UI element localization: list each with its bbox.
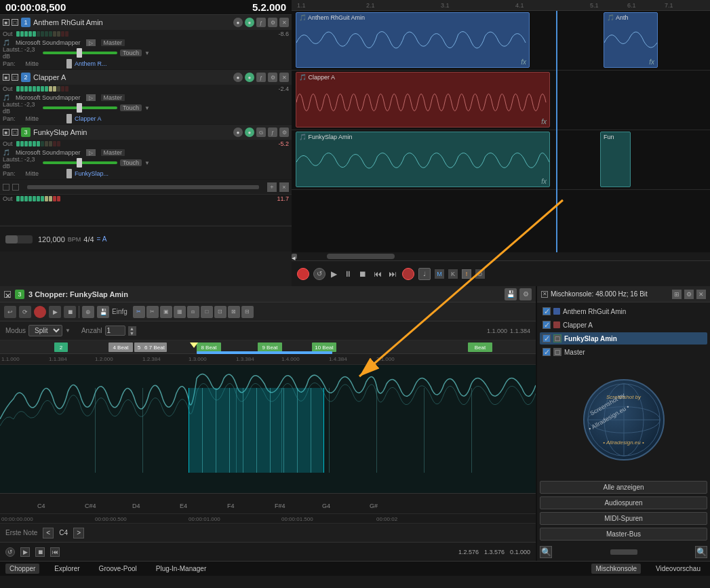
track1-fader-handle[interactable] xyxy=(77,48,82,58)
mode-dropdown-icon[interactable]: ▼ xyxy=(65,328,71,334)
chopper-waveform-area[interactable]: 2 4 Beat 5 6 7 Beat 8 Beat 9 Beat 10 Bea… xyxy=(0,340,536,523)
tool-save2[interactable]: 💾 xyxy=(97,306,109,318)
ffwd-button[interactable]: ⏭ xyxy=(387,268,398,280)
tool-chop4[interactable]: ▦ xyxy=(174,306,186,318)
timeline-clip-1a[interactable]: 🎵 Anthem RhGuit Amin fx xyxy=(296,12,530,68)
chopper-settings-btn[interactable]: ⚙ xyxy=(519,288,532,300)
play-button[interactable]: ▶ xyxy=(330,268,338,280)
tool-chop8[interactable]: ⊠ xyxy=(228,306,240,318)
tab-explorer[interactable]: Explorer xyxy=(50,564,83,574)
track3-fader[interactable] xyxy=(43,161,117,164)
empty-track-settings[interactable]: + xyxy=(267,182,277,192)
tab-plugin-manager[interactable]: Plug-In-Manager xyxy=(152,564,210,574)
track2-icon3[interactable]: ƒ xyxy=(256,73,266,82)
track1-mute[interactable]: □ xyxy=(12,19,18,26)
options-button[interactable]: ⊙ xyxy=(475,269,485,279)
chopper-stop-btn[interactable]: ⏹ xyxy=(35,547,45,557)
zoom-slider[interactable] xyxy=(610,549,637,555)
rewind-button[interactable]: ⏮ xyxy=(372,268,383,280)
track1-icon2[interactable]: ● xyxy=(245,18,254,27)
track1-icon3[interactable]: ƒ xyxy=(256,18,266,27)
rec-mode-button[interactable] xyxy=(402,268,414,280)
tool-chop5[interactable]: ⧈ xyxy=(187,306,199,318)
track2-fader[interactable] xyxy=(43,106,117,109)
metro-button[interactable]: ♩ xyxy=(418,268,431,280)
mixer-check-2[interactable]: ✓ xyxy=(543,321,551,329)
track3-mute[interactable]: □ xyxy=(12,129,18,136)
chopper-close-btn[interactable]: ✕ xyxy=(4,291,11,298)
track2-power[interactable]: ■ xyxy=(3,74,9,81)
count-up[interactable]: ▲ xyxy=(128,326,136,331)
track1-pan-handle[interactable] xyxy=(66,59,72,68)
track2-dropdown[interactable]: ▼ xyxy=(144,105,150,111)
track1-dropdown[interactable]: ▼ xyxy=(144,50,150,56)
key-button[interactable]: K xyxy=(448,269,458,279)
note-prev-btn[interactable]: < xyxy=(43,528,54,538)
timeline-scrollbar[interactable]: ◂ xyxy=(292,252,710,260)
midi-button[interactable]: M xyxy=(435,269,444,279)
midi-tracks-btn[interactable]: MIDI-Spuren xyxy=(540,512,707,525)
track3-icon1[interactable]: ● xyxy=(233,128,243,137)
stop-button[interactable]: ⏹ xyxy=(357,268,368,280)
tool-insert[interactable]: ⊕ xyxy=(82,306,94,318)
tab-videovorschau[interactable]: Videovorschau xyxy=(652,564,705,574)
track2-icon1[interactable]: ● xyxy=(233,73,243,82)
mixer-settings-icon[interactable]: ⚙ xyxy=(684,290,694,299)
tool-chop1[interactable]: ✂ xyxy=(133,306,145,318)
track2-pan-handle[interactable] xyxy=(66,114,72,123)
timeline-clip-3a[interactable]: 🎵 FunkySlap Amin fx xyxy=(296,132,550,187)
track2-mute[interactable]: □ xyxy=(12,74,18,81)
count-input[interactable] xyxy=(105,326,125,336)
zoom-in-btn[interactable]: 🔍 xyxy=(540,546,552,558)
tab-chopper[interactable]: Chopper xyxy=(5,564,39,574)
tool-chop9[interactable]: ⊟ xyxy=(241,306,254,318)
track2-icon5[interactable]: ✕ xyxy=(279,73,289,82)
mixer-close-btn[interactable]: ✕ xyxy=(541,291,548,298)
scroll-left-btn[interactable]: ◂ xyxy=(292,254,297,259)
track2-fader-handle[interactable] xyxy=(77,103,82,113)
tool-chop2[interactable]: ✂ xyxy=(146,306,159,318)
timeline-clip-2[interactable]: 🎵 Clapper A fx xyxy=(296,72,550,128)
mixer-close-icon[interactable]: ✕ xyxy=(696,290,706,299)
warn-button[interactable]: ! xyxy=(462,269,471,279)
tab-mischkonsole[interactable]: Mischkonsole xyxy=(591,564,641,574)
timeline-clip-1b[interactable]: 🎵 Anth fx xyxy=(604,12,658,68)
track1-power[interactable]: ■ xyxy=(3,19,9,26)
tool-rec[interactable] xyxy=(34,306,46,318)
track1-icon4[interactable]: ⚙ xyxy=(268,18,277,27)
loop-thumb[interactable] xyxy=(5,235,18,243)
empty-track-close[interactable]: × xyxy=(279,182,289,192)
track3-icon2[interactable]: ● xyxy=(245,128,254,137)
tool-chop6[interactable]: □ xyxy=(201,306,213,318)
chopper-loop-btn[interactable]: ↺ xyxy=(5,547,15,557)
pause-button[interactable]: ⏸ xyxy=(342,268,353,280)
mixer-check-1[interactable]: ✓ xyxy=(543,307,551,315)
show-all-btn[interactable]: Alle anzeigen xyxy=(540,481,707,494)
chopper-save-btn[interactable]: 💾 xyxy=(505,288,517,300)
track2-icon2[interactable]: ● xyxy=(245,73,254,82)
chopper-play-btn[interactable]: ▶ xyxy=(20,547,30,557)
tool-loop[interactable]: ⟳ xyxy=(19,306,31,318)
mode-select[interactable]: Split xyxy=(28,325,62,336)
timeline-clip-3b[interactable]: Fun xyxy=(600,132,631,187)
chopper-rw-btn[interactable]: ⏮ xyxy=(50,547,60,557)
mixer-check-3[interactable]: ✓ xyxy=(543,334,551,342)
tool-play[interactable]: ▶ xyxy=(49,306,61,318)
mixer-track-1[interactable]: ✓ Anthem RhGuit Amin xyxy=(540,305,707,317)
tool-stop[interactable]: ⏹ xyxy=(64,306,76,318)
track3-icon4[interactable]: ƒ xyxy=(268,128,277,137)
mixer-track-3[interactable]: ✓ □ FunkySlap Amin xyxy=(540,332,707,345)
track3-dropdown[interactable]: ▼ xyxy=(144,160,150,166)
track3-icon5[interactable]: ⚙ xyxy=(279,128,289,137)
track3-pan-handle[interactable] xyxy=(66,169,72,178)
audio-tracks-btn[interactable]: Audiospuren xyxy=(540,496,707,509)
mixer-check-4[interactable]: ✓ xyxy=(543,348,551,356)
tab-groove-pool[interactable]: Groove-Pool xyxy=(95,564,141,574)
mixer-track-4[interactable]: ✓ □ Master xyxy=(540,346,707,358)
track3-power[interactable]: ■ xyxy=(3,129,9,136)
track3-touch[interactable]: Touch xyxy=(120,159,142,166)
tool-undo[interactable]: ↩ xyxy=(4,306,16,318)
track1-fader[interactable] xyxy=(43,52,117,54)
zoom-out-btn[interactable]: 🔍 xyxy=(695,546,707,558)
tool-chop7[interactable]: ⊡ xyxy=(214,306,226,318)
